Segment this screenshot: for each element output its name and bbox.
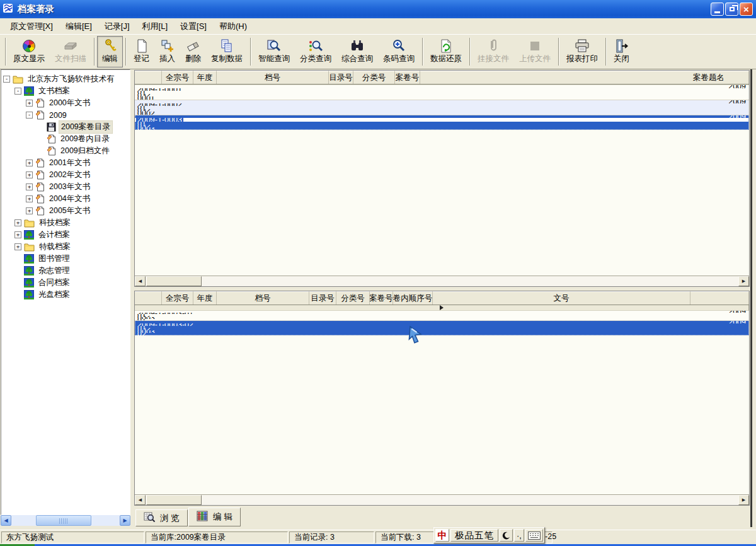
title-bar: 档案著录 × — [0, 0, 756, 18]
close-app-button[interactable]: 关闭 — [609, 36, 634, 67]
expand-box-icon[interactable]: + — [26, 171, 33, 178]
expand-box-icon[interactable]: + — [26, 195, 33, 202]
file-scan-button: 文件扫描 — [50, 36, 91, 67]
smart-query-button[interactable]: 智能查询 — [253, 36, 295, 67]
col-sequence-number[interactable]: 卷内顺序号 — [393, 291, 433, 305]
ime-language-button[interactable]: 中 — [435, 529, 449, 542]
table-row[interactable]: 2009 2009-1-0003-01 01 032 0003 01 — [135, 305, 749, 320]
col-year[interactable]: 年度 — [193, 291, 217, 305]
menu-utilize[interactable]: 利用[L] — [136, 19, 174, 34]
col-class-number[interactable]: 分类号 — [353, 71, 395, 84]
category-query-button[interactable]: 分类查询 — [295, 36, 336, 67]
bottom-grid-horizontal-scrollbar[interactable]: ◀ ▶ — [135, 494, 749, 505]
col-case-number[interactable]: 案卷号 — [395, 71, 420, 84]
tree-item-2000[interactable]: + 2000年文书 — [26, 97, 130, 109]
expand-box-icon[interactable]: + — [26, 160, 33, 166]
insert-button[interactable]: 插入 — [154, 36, 180, 67]
col-class-number[interactable]: 分类号 — [336, 291, 370, 305]
ime-punctuation-button[interactable]: ·, — [514, 529, 524, 542]
expand-box-icon[interactable]: + — [26, 100, 33, 107]
tree-item-2009[interactable]: - 2009 — [26, 109, 130, 121]
tree-item-2009-case-catalog[interactable]: 2009案卷目录 — [37, 121, 130, 133]
tree-item-scitech-archive[interactable]: + 科技档案 — [14, 217, 130, 229]
col-fonds-number[interactable]: 全宗号 — [162, 71, 193, 84]
tree-item-accounting-archive[interactable]: + 会计档案 — [14, 229, 130, 241]
scrollbar-thumb[interactable] — [146, 276, 202, 286]
menu-record[interactable]: 记录[J] — [98, 19, 136, 34]
year-doc-icon — [35, 170, 45, 180]
tree-item-root[interactable]: - 北京东方飞扬软件技术有 — [3, 73, 130, 85]
report-print-button[interactable]: 报表打印 — [561, 36, 603, 67]
col-catalog-number[interactable]: 目录号 — [309, 291, 336, 305]
scroll-right-icon[interactable]: ▶ — [120, 515, 130, 526]
col-fonds-number[interactable]: 全宗号 — [162, 291, 193, 305]
tab-browse[interactable]: 浏 览 — [135, 509, 188, 526]
scroll-left-icon[interactable]: ◀ — [135, 276, 146, 286]
edit-grid-icon — [197, 511, 209, 523]
row-selector-current[interactable] — [135, 305, 749, 311]
col-year[interactable]: 年度 — [193, 71, 217, 84]
barcode-query-button[interactable]: 条码查询 — [378, 36, 420, 67]
tree-item-2009-volume-catalog[interactable]: 2009卷内目录 — [37, 133, 130, 145]
tree-horizontal-scrollbar[interactable]: ◀ ▶ — [1, 515, 130, 526]
scrollbar-thumb[interactable] — [146, 495, 202, 505]
ime-fullhalf-moon-icon[interactable] — [500, 529, 513, 542]
tree-item-disc-archive[interactable]: 光盘档案 — [14, 289, 130, 301]
expand-box-icon[interactable]: + — [26, 183, 33, 190]
tree-item-magazine-management[interactable]: 杂志管理 — [14, 265, 130, 277]
attach-file-button: 挂接文件 — [472, 36, 514, 67]
delete-button[interactable]: 删除 — [180, 36, 206, 67]
scrollbar-thumb[interactable] — [36, 515, 91, 526]
restore-button[interactable] — [725, 3, 738, 16]
tree-item-document-archive[interactable]: - 文书档案 — [14, 85, 130, 97]
col-file-number[interactable]: 档号 — [217, 291, 309, 305]
tree-item-2005[interactable]: + 2005年文书 — [26, 205, 130, 217]
tab-edit[interactable]: 编 辑 — [188, 508, 241, 526]
menu-help[interactable]: 帮助(H) — [213, 19, 253, 34]
col-case-title[interactable]: 案卷题名 — [420, 71, 749, 84]
tree-item-2002[interactable]: + 2002年文书 — [26, 169, 130, 181]
close-button[interactable]: × — [740, 3, 753, 16]
expand-box-icon[interactable]: + — [14, 219, 21, 226]
scroll-left-icon[interactable]: ◀ — [135, 495, 146, 505]
ime-name-button[interactable]: 极品五笔 — [450, 529, 498, 542]
copy-data-button[interactable]: 复制数据 — [206, 36, 248, 67]
collapse-box-icon[interactable]: - — [3, 76, 10, 83]
col-case-number[interactable]: 案卷号 — [370, 291, 393, 305]
table-row-selected[interactable]: 2009 2009-1-0003 01 032 0003 — [135, 115, 749, 130]
scroll-right-icon[interactable]: ▶ — [738, 276, 749, 286]
expand-box-icon[interactable]: + — [14, 231, 21, 238]
comprehensive-query-button[interactable]: 综合查询 — [336, 36, 378, 67]
paperclip-icon — [486, 38, 500, 54]
tree-item-2009-filed-documents[interactable]: 2009归档文件 — [37, 145, 130, 157]
top-grid-horizontal-scrollbar[interactable]: ◀ ▶ — [135, 276, 749, 286]
menu-edit[interactable]: 编辑[E] — [59, 19, 98, 34]
tree-item-2001[interactable]: + 2001年文书 — [26, 157, 130, 169]
col-file-number[interactable]: 档号 — [217, 71, 329, 84]
expand-box-icon[interactable]: + — [26, 207, 33, 214]
upload-icon — [528, 38, 542, 54]
collapse-box-icon[interactable]: - — [26, 112, 33, 119]
ime-keyboard-icon[interactable] — [525, 529, 543, 542]
data-restore-button[interactable]: 数据还原 — [425, 36, 467, 67]
edit-button[interactable]: 编辑 — [97, 36, 123, 67]
tree-item-book-management[interactable]: 图书管理 — [14, 253, 130, 265]
collapse-box-icon[interactable]: - — [14, 88, 21, 95]
table-row-selected[interactable]: 2009 2009-1-0003-02 01 032 0003 02 — [135, 320, 749, 335]
table-row[interactable]: 2009 2009-1-0001 01 032 0001 — [135, 84, 749, 100]
tree-item-contract-archive[interactable]: 合同档案 — [14, 277, 130, 289]
scroll-left-icon[interactable]: ◀ — [1, 515, 11, 526]
tree-item-2004[interactable]: + 2004年文书 — [26, 193, 130, 205]
minimize-button[interactable] — [711, 3, 724, 16]
menu-settings[interactable]: 设置[S] — [174, 19, 213, 34]
original-display-button[interactable]: 原文显示 — [8, 36, 50, 67]
tree-item-special-archive[interactable]: + 特载档案 — [14, 241, 130, 253]
expand-box-icon[interactable]: + — [14, 243, 21, 250]
menu-original-management[interactable]: 原文管理[X] — [4, 19, 59, 34]
table-row[interactable]: 2009 2009-1-0002 01 032 0002 — [135, 100, 749, 115]
scroll-right-icon[interactable]: ▶ — [738, 495, 749, 505]
tree-item-2003[interactable]: + 2003年文书 — [26, 181, 130, 193]
register-button[interactable]: 登记 — [129, 36, 154, 67]
col-catalog-number[interactable]: 目录号 — [329, 71, 353, 84]
col-document-number[interactable]: 文号 — [433, 291, 690, 305]
